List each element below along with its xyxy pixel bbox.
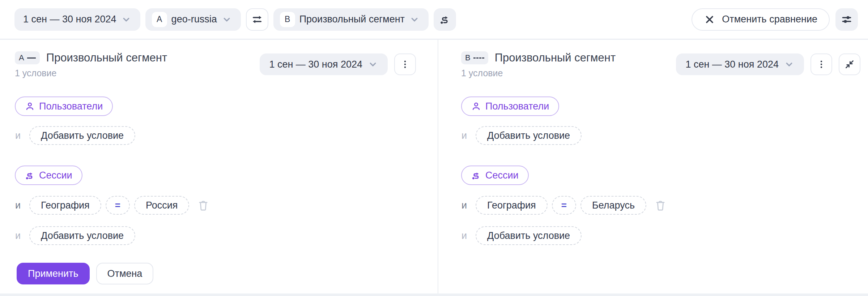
segments-button[interactable] (434, 8, 456, 31)
panel-a-users-chip[interactable]: Пользователи (15, 96, 113, 116)
trash-icon (197, 199, 209, 211)
segment-route-icon (439, 14, 450, 25)
and-connector: и (461, 200, 467, 211)
sliders-icon (841, 14, 852, 25)
panel-divider (438, 40, 438, 293)
sessions-chip-label: Сессии (39, 170, 72, 181)
kebab-menu-icon (816, 59, 827, 70)
chevron-down-icon (121, 14, 132, 25)
panel-b-sessions-add-condition-button[interactable]: Добавить условие (476, 226, 582, 245)
segment-route-icon (471, 171, 481, 180)
panel-b-users-add-condition-button[interactable]: Добавить условие (476, 126, 582, 145)
close-icon (704, 14, 715, 25)
chevron-down-icon (784, 59, 795, 70)
panel-a-condition-operator[interactable]: = (106, 196, 130, 215)
segment-a-letter-badge: A (152, 12, 167, 27)
add-condition-label: Добавить условие (487, 130, 570, 141)
segment-b-letter-badge: B (280, 12, 295, 27)
panel-a-date-dropdown[interactable]: 1 сен — 30 ноя 2024 (260, 53, 388, 75)
panel-b-menu-button[interactable] (810, 53, 832, 75)
panel-a-title: Произвольный сегмент (46, 51, 167, 64)
panel-a-actions: Применить Отмена (17, 263, 153, 284)
users-chip-label: Пользователи (39, 101, 103, 112)
users-chip-label: Пользователи (485, 101, 549, 112)
panel-b-badge: B (461, 51, 488, 64)
segment-a-name: geo-russia (171, 14, 217, 25)
cancel-comparison-button[interactable]: Отменить сравнение (692, 8, 830, 31)
panel-b-condition-value[interactable]: Беларусь (580, 196, 646, 215)
panel-a-header: A Произвольный сегмент 1 условие (15, 51, 167, 78)
add-condition-label: Добавить условие (41, 130, 124, 141)
panel-b-date-label: 1 сен — 30 ноя 2024 (685, 59, 779, 70)
add-condition-label: Добавить условие (41, 230, 124, 241)
panel-b-condition-row: и География = Беларусь (461, 196, 667, 215)
panel-a-controls: 1 сен — 30 ноя 2024 (260, 53, 416, 75)
condition-value-label: Россия (146, 200, 178, 211)
condition-value-label: Беларусь (592, 200, 635, 211)
panel-a-sessions-chip[interactable]: Сессии (15, 166, 82, 185)
apply-button[interactable]: Применить (17, 263, 90, 284)
panel-b-users-chip[interactable]: Пользователи (461, 96, 559, 116)
condition-attribute-label: География (487, 200, 536, 211)
condition-operator-label: = (115, 200, 120, 211)
panel-a-delete-condition-button[interactable] (197, 199, 209, 211)
global-date-range-dropdown[interactable]: 1 сен — 30 ноя 2024 (14, 8, 140, 31)
panel-b-delete-condition-button[interactable] (654, 199, 667, 211)
settings-button[interactable] (835, 8, 858, 31)
cancel-comparison-label: Отменить сравнение (722, 14, 817, 25)
panel-b-title: Произвольный сегмент (495, 51, 616, 64)
chevron-down-icon (367, 59, 378, 70)
condition-attribute-label: География (41, 200, 90, 211)
panel-a-badge: A (15, 51, 40, 64)
chevron-down-icon (221, 14, 232, 25)
panel-b-condition-attribute[interactable]: География (476, 196, 548, 215)
panel-a-subtitle: 1 условие (15, 68, 167, 78)
panel-b-controls: 1 сен — 30 ноя 2024 (676, 53, 860, 75)
and-connector: и (461, 230, 467, 241)
condition-operator-label: = (561, 200, 567, 211)
segment-route-icon (25, 171, 35, 180)
global-date-range-label: 1 сен — 30 ноя 2024 (23, 14, 116, 25)
toolbar-right-group: Отменить сравнение (692, 8, 858, 31)
person-icon (25, 102, 35, 111)
segment-a-solid-line-icon (27, 57, 36, 59)
and-connector: и (15, 230, 21, 241)
and-connector: и (461, 130, 467, 141)
swap-segments-button[interactable] (246, 8, 268, 31)
panel-b-collapse-button[interactable] (839, 53, 860, 75)
panel-a-letter: A (19, 53, 24, 63)
segment-b-dashed-line-icon (473, 57, 484, 59)
panel-a-date-label: 1 сен — 30 ноя 2024 (269, 59, 362, 70)
panel-a-menu-button[interactable] (394, 53, 416, 75)
collapse-arrows-icon (844, 59, 855, 70)
panel-b-letter: B (465, 53, 471, 63)
cancel-button[interactable]: Отмена (96, 263, 154, 284)
top-toolbar: 1 сен — 30 ноя 2024 A geo-russia B Произ… (0, 0, 868, 40)
person-icon (471, 102, 481, 111)
add-condition-label: Добавить условие (487, 230, 570, 241)
panel-b-sessions-add-row: и Добавить условие (461, 226, 582, 245)
panel-a-condition-attribute[interactable]: География (29, 196, 101, 215)
panel-b-condition-operator[interactable]: = (552, 196, 576, 215)
panel-b-subtitle: 1 условие (461, 68, 616, 78)
segment-b-dropdown[interactable]: B Произвольный сегмент (273, 8, 429, 31)
panel-a-condition-value[interactable]: Россия (134, 196, 190, 215)
panel-b-date-dropdown[interactable]: 1 сен — 30 ноя 2024 (676, 53, 804, 75)
and-connector: и (15, 200, 21, 211)
segment-a-dropdown[interactable]: A geo-russia (145, 8, 241, 31)
and-connector: и (15, 130, 21, 141)
panel-a-sessions-add-row: и Добавить условие (15, 226, 135, 245)
segment-b-name: Произвольный сегмент (299, 14, 405, 25)
sessions-chip-label: Сессии (485, 170, 519, 181)
panel-b-sessions-chip[interactable]: Сессии (461, 166, 529, 185)
panel-a-users-add-row: и Добавить условие (15, 126, 135, 145)
panel-a-condition-row: и География = Россия (15, 196, 209, 215)
panel-a-sessions-add-condition-button[interactable]: Добавить условие (29, 226, 135, 245)
panel-b-users-add-row: и Добавить условие (461, 126, 582, 145)
swap-arrows-icon (251, 13, 263, 26)
trash-icon (654, 199, 667, 211)
panel-a-users-add-condition-button[interactable]: Добавить условие (29, 126, 135, 145)
chevron-down-icon (409, 14, 420, 25)
bottom-section-edge (0, 293, 868, 296)
segments-editor: A Произвольный сегмент 1 условие 1 сен —… (0, 40, 868, 296)
